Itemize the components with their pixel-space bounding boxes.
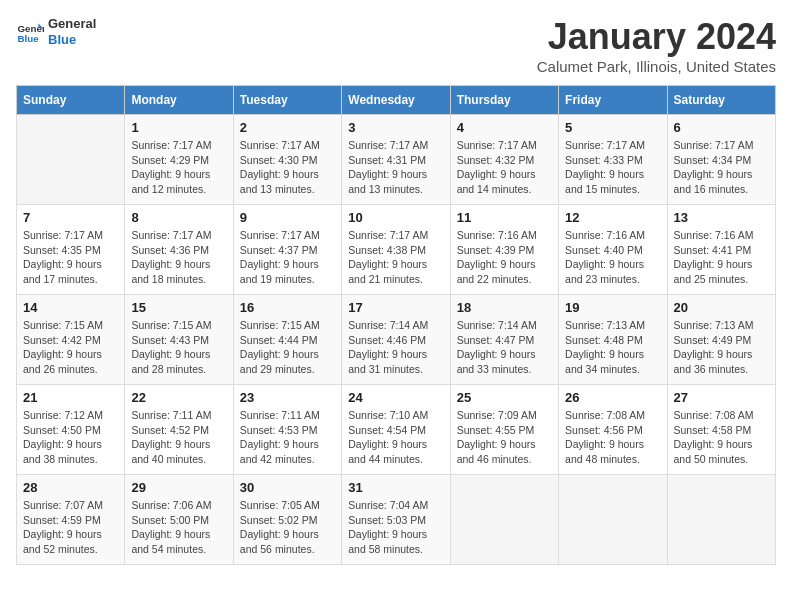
day-info: Sunrise: 7:16 AMSunset: 4:40 PMDaylight:… [565,228,660,287]
day-number: 22 [131,390,226,405]
day-number: 11 [457,210,552,225]
logo-blue: Blue [48,32,96,48]
title-section: January 2024 Calumet Park, Illinois, Uni… [537,16,776,75]
calendar-cell: 2Sunrise: 7:17 AMSunset: 4:30 PMDaylight… [233,115,341,205]
header: General Blue General Blue January 2024 C… [16,16,776,75]
day-info: Sunrise: 7:15 AMSunset: 4:44 PMDaylight:… [240,318,335,377]
day-info: Sunrise: 7:17 AMSunset: 4:36 PMDaylight:… [131,228,226,287]
day-number: 5 [565,120,660,135]
day-number: 23 [240,390,335,405]
day-number: 18 [457,300,552,315]
day-info: Sunrise: 7:13 AMSunset: 4:48 PMDaylight:… [565,318,660,377]
calendar-cell: 30Sunrise: 7:05 AMSunset: 5:02 PMDayligh… [233,475,341,565]
calendar-cell: 11Sunrise: 7:16 AMSunset: 4:39 PMDayligh… [450,205,558,295]
calendar-cell: 3Sunrise: 7:17 AMSunset: 4:31 PMDaylight… [342,115,450,205]
calendar-cell: 27Sunrise: 7:08 AMSunset: 4:58 PMDayligh… [667,385,775,475]
day-number: 25 [457,390,552,405]
calendar-cell: 15Sunrise: 7:15 AMSunset: 4:43 PMDayligh… [125,295,233,385]
day-info: Sunrise: 7:11 AMSunset: 4:52 PMDaylight:… [131,408,226,467]
day-info: Sunrise: 7:17 AMSunset: 4:33 PMDaylight:… [565,138,660,197]
calendar-week-row: 7Sunrise: 7:17 AMSunset: 4:35 PMDaylight… [17,205,776,295]
header-tuesday: Tuesday [233,86,341,115]
day-number: 2 [240,120,335,135]
logo-general: General [48,16,96,32]
day-info: Sunrise: 7:15 AMSunset: 4:43 PMDaylight:… [131,318,226,377]
calendar-week-row: 21Sunrise: 7:12 AMSunset: 4:50 PMDayligh… [17,385,776,475]
day-info: Sunrise: 7:16 AMSunset: 4:39 PMDaylight:… [457,228,552,287]
day-info: Sunrise: 7:17 AMSunset: 4:34 PMDaylight:… [674,138,769,197]
calendar-cell: 19Sunrise: 7:13 AMSunset: 4:48 PMDayligh… [559,295,667,385]
calendar-cell [17,115,125,205]
day-info: Sunrise: 7:17 AMSunset: 4:32 PMDaylight:… [457,138,552,197]
day-info: Sunrise: 7:08 AMSunset: 4:56 PMDaylight:… [565,408,660,467]
day-number: 20 [674,300,769,315]
day-info: Sunrise: 7:11 AMSunset: 4:53 PMDaylight:… [240,408,335,467]
day-info: Sunrise: 7:12 AMSunset: 4:50 PMDaylight:… [23,408,118,467]
day-number: 28 [23,480,118,495]
calendar-cell: 8Sunrise: 7:17 AMSunset: 4:36 PMDaylight… [125,205,233,295]
calendar-cell: 22Sunrise: 7:11 AMSunset: 4:52 PMDayligh… [125,385,233,475]
day-info: Sunrise: 7:07 AMSunset: 4:59 PMDaylight:… [23,498,118,557]
day-number: 3 [348,120,443,135]
day-info: Sunrise: 7:16 AMSunset: 4:41 PMDaylight:… [674,228,769,287]
day-info: Sunrise: 7:15 AMSunset: 4:42 PMDaylight:… [23,318,118,377]
header-saturday: Saturday [667,86,775,115]
day-number: 1 [131,120,226,135]
calendar-cell: 13Sunrise: 7:16 AMSunset: 4:41 PMDayligh… [667,205,775,295]
calendar-cell: 7Sunrise: 7:17 AMSunset: 4:35 PMDaylight… [17,205,125,295]
day-info: Sunrise: 7:08 AMSunset: 4:58 PMDaylight:… [674,408,769,467]
calendar-cell: 24Sunrise: 7:10 AMSunset: 4:54 PMDayligh… [342,385,450,475]
calendar-cell: 9Sunrise: 7:17 AMSunset: 4:37 PMDaylight… [233,205,341,295]
calendar-cell: 23Sunrise: 7:11 AMSunset: 4:53 PMDayligh… [233,385,341,475]
calendar-cell: 16Sunrise: 7:15 AMSunset: 4:44 PMDayligh… [233,295,341,385]
calendar-cell: 17Sunrise: 7:14 AMSunset: 4:46 PMDayligh… [342,295,450,385]
calendar-cell: 18Sunrise: 7:14 AMSunset: 4:47 PMDayligh… [450,295,558,385]
day-info: Sunrise: 7:14 AMSunset: 4:46 PMDaylight:… [348,318,443,377]
day-number: 27 [674,390,769,405]
logo-icon: General Blue [16,18,44,46]
calendar-cell: 26Sunrise: 7:08 AMSunset: 4:56 PMDayligh… [559,385,667,475]
day-number: 29 [131,480,226,495]
day-number: 16 [240,300,335,315]
day-info: Sunrise: 7:04 AMSunset: 5:03 PMDaylight:… [348,498,443,557]
calendar-header-row: SundayMondayTuesdayWednesdayThursdayFrid… [17,86,776,115]
day-info: Sunrise: 7:09 AMSunset: 4:55 PMDaylight:… [457,408,552,467]
day-info: Sunrise: 7:17 AMSunset: 4:29 PMDaylight:… [131,138,226,197]
header-friday: Friday [559,86,667,115]
day-number: 7 [23,210,118,225]
svg-text:Blue: Blue [17,32,39,43]
day-number: 8 [131,210,226,225]
day-number: 30 [240,480,335,495]
header-wednesday: Wednesday [342,86,450,115]
day-info: Sunrise: 7:17 AMSunset: 4:30 PMDaylight:… [240,138,335,197]
day-info: Sunrise: 7:05 AMSunset: 5:02 PMDaylight:… [240,498,335,557]
logo: General Blue General Blue [16,16,96,47]
calendar-cell: 21Sunrise: 7:12 AMSunset: 4:50 PMDayligh… [17,385,125,475]
day-number: 10 [348,210,443,225]
day-number: 19 [565,300,660,315]
calendar-week-row: 1Sunrise: 7:17 AMSunset: 4:29 PMDaylight… [17,115,776,205]
calendar-cell: 20Sunrise: 7:13 AMSunset: 4:49 PMDayligh… [667,295,775,385]
calendar-week-row: 14Sunrise: 7:15 AMSunset: 4:42 PMDayligh… [17,295,776,385]
calendar-cell: 28Sunrise: 7:07 AMSunset: 4:59 PMDayligh… [17,475,125,565]
day-number: 12 [565,210,660,225]
day-info: Sunrise: 7:10 AMSunset: 4:54 PMDaylight:… [348,408,443,467]
day-number: 4 [457,120,552,135]
day-info: Sunrise: 7:13 AMSunset: 4:49 PMDaylight:… [674,318,769,377]
day-number: 26 [565,390,660,405]
header-thursday: Thursday [450,86,558,115]
calendar-cell: 31Sunrise: 7:04 AMSunset: 5:03 PMDayligh… [342,475,450,565]
day-number: 6 [674,120,769,135]
day-number: 24 [348,390,443,405]
day-number: 14 [23,300,118,315]
day-number: 21 [23,390,118,405]
header-sunday: Sunday [17,86,125,115]
calendar-cell: 29Sunrise: 7:06 AMSunset: 5:00 PMDayligh… [125,475,233,565]
calendar-cell [450,475,558,565]
day-number: 9 [240,210,335,225]
day-info: Sunrise: 7:14 AMSunset: 4:47 PMDaylight:… [457,318,552,377]
page-title: January 2024 [537,16,776,58]
calendar-cell: 10Sunrise: 7:17 AMSunset: 4:38 PMDayligh… [342,205,450,295]
calendar-cell: 25Sunrise: 7:09 AMSunset: 4:55 PMDayligh… [450,385,558,475]
page-subtitle: Calumet Park, Illinois, United States [537,58,776,75]
